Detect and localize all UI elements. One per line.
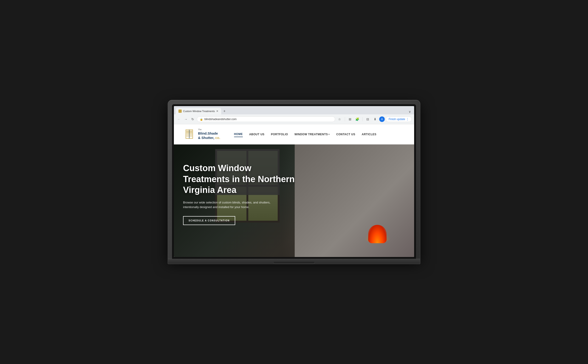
lock-icon: 🔒 — [200, 118, 203, 121]
logo-the: The — [198, 128, 220, 131]
toolbar-separator-2 — [362, 117, 363, 121]
tab-search-button[interactable]: ⊟ — [365, 116, 371, 122]
tab-close-button[interactable]: ✕ — [216, 110, 218, 113]
extensions-button[interactable]: ⊞ — [347, 116, 353, 122]
hero-subtitle: Browse our wide selection of custom blin… — [183, 200, 280, 210]
tab-favicon — [178, 110, 182, 113]
schedule-consultation-button[interactable]: SCHEDULE A CONSULTATION — [183, 216, 235, 225]
browser-tabs-bar: Custom Window Treatments ✕ + ∨ — [174, 106, 414, 114]
finish-update-label: Finish update — [389, 117, 405, 121]
logo-gold-text: co. — [215, 136, 220, 140]
url-text: blindshadeandshutter.com — [204, 117, 237, 121]
toolbar-actions: ☆ ⊞ 🧩 ⊟ ⬇ A Finish update ⋮ — [336, 116, 412, 122]
browser-toolbar: ← → ↻ 🔒 blindshadeandshutter.com — [174, 114, 414, 124]
tab-title: Custom Window Treatments — [183, 110, 215, 112]
back-button[interactable]: ← — [176, 117, 182, 122]
fireplace-flame — [359, 220, 396, 243]
dropdown-arrow-icon: ▾ — [328, 133, 330, 136]
hero-content: Custom Window Treatments in the Northern… — [183, 163, 298, 225]
forward-button[interactable]: → — [183, 117, 189, 122]
logo-main-line1: Blind.Shade — [198, 131, 220, 136]
hero-title: Custom Window Treatments in the Northern… — [183, 163, 298, 196]
site-header: The Blind.Shade & Shutter, co. — [174, 124, 414, 144]
download-button[interactable]: ⬇ — [372, 116, 378, 122]
site-nav: HOME ABOUT US PORTFOLIO WINDOW TREATMENT… — [234, 132, 376, 137]
tab-minimize-button[interactable]: ∨ — [407, 109, 412, 114]
browser-chrome: Custom Window Treatments ✕ + ∨ ← → — [174, 106, 414, 124]
refresh-button[interactable]: ↻ — [190, 117, 196, 122]
laptop-body: Custom Window Treatments ✕ + ∨ ← → — [168, 100, 420, 259]
nav-item-portfolio[interactable]: PORTFOLIO — [271, 132, 288, 137]
puzzle-button[interactable]: 🧩 — [354, 116, 361, 122]
nav-item-articles[interactable]: ARTICLES — [362, 132, 376, 137]
flame-inner — [368, 225, 386, 243]
laptop-base — [168, 259, 420, 264]
laptop-screen: Custom Window Treatments ✕ + ∨ ← → — [174, 106, 414, 257]
toolbar-separator — [345, 117, 345, 121]
more-options-icon: ⋮ — [406, 117, 409, 121]
browser-tab-active[interactable]: Custom Window Treatments ✕ — [176, 108, 221, 114]
profile-button[interactable]: A — [379, 117, 385, 122]
screen-bezel: Custom Window Treatments ✕ + ∨ ← → — [172, 104, 416, 259]
nav-item-home[interactable]: HOME — [234, 132, 243, 137]
logo-main-line2: & Shutter, co. — [198, 136, 220, 140]
logo-icon — [183, 128, 196, 141]
bookmark-star-button[interactable]: ☆ — [336, 116, 343, 122]
laptop-frame: Custom Window Treatments ✕ + ∨ ← → — [168, 100, 420, 264]
new-tab-button[interactable]: + — [221, 108, 228, 114]
nav-item-contact[interactable]: CONTACT US — [336, 132, 355, 137]
nav-item-window-treatments[interactable]: WINDOW TREATMENTS ▾ — [294, 132, 330, 137]
nav-item-about[interactable]: ABOUT US — [249, 132, 265, 137]
finish-update-button[interactable]: Finish update ⋮ — [386, 117, 412, 122]
logo-text-block: The Blind.Shade & Shutter, co. — [198, 128, 220, 140]
address-bar[interactable]: 🔒 blindshadeandshutter.com — [197, 117, 335, 122]
site-logo[interactable]: The Blind.Shade & Shutter, co. — [183, 128, 220, 141]
website-content: The Blind.Shade & Shutter, co. — [174, 124, 414, 257]
hero-fireplace-area — [295, 144, 414, 257]
hero-section: Custom Window Treatments in the Northern… — [174, 144, 414, 257]
